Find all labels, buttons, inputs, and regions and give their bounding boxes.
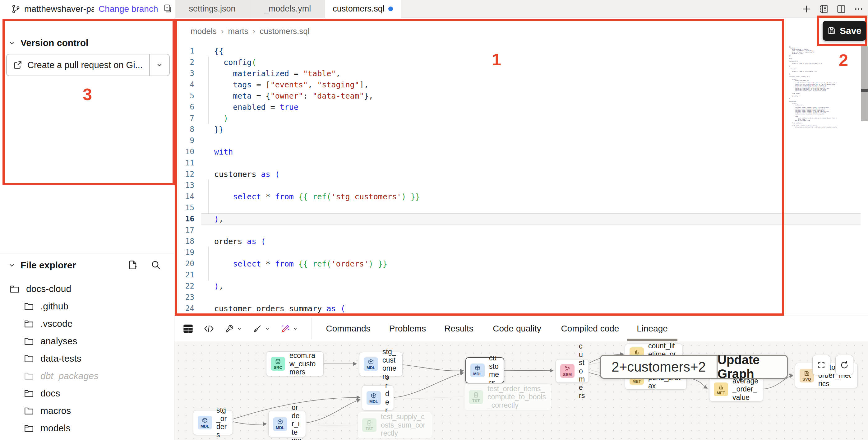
- node-label: ecom.raw_customers: [289, 351, 319, 376]
- code-line-1[interactable]: 1{{: [175, 45, 868, 57]
- breadcrumb-item[interactable]: marts: [228, 26, 248, 36]
- code-line-22[interactable]: 22),: [175, 281, 868, 292]
- preview-table-button[interactable]: [183, 324, 193, 333]
- node-label: stg_orders: [216, 406, 228, 439]
- panel-tab-commands[interactable]: Commands: [326, 316, 370, 341]
- change-branch-link[interactable]: Change branch: [98, 4, 158, 14]
- code-line-7[interactable]: 7 ): [175, 113, 868, 124]
- indent-guide: [208, 57, 209, 124]
- lineage-node-stg-customers[interactable]: MDL stg_customers: [359, 352, 403, 376]
- panel-tab-problems[interactable]: Problems: [389, 316, 426, 341]
- code-line-21[interactable]: 21: [175, 269, 868, 281]
- panel-tab-lineage[interactable]: Lineage: [637, 316, 668, 341]
- editor-scrollbar-thumb[interactable]: [861, 46, 868, 121]
- ai-fix-button[interactable]: [281, 324, 298, 333]
- save-button[interactable]: Save: [823, 21, 866, 41]
- code-line-23[interactable]: 23: [175, 292, 868, 303]
- code-line-5[interactable]: 5 meta = {"owner": "data-team"},: [175, 90, 868, 101]
- create-pr-dropdown-button[interactable]: [149, 55, 169, 75]
- version-control-header[interactable]: Version control: [0, 34, 174, 52]
- file-tree-item-.vscode[interactable]: .vscode: [0, 315, 174, 333]
- build-wrench-button[interactable]: [225, 324, 242, 333]
- search-icon[interactable]: [151, 260, 161, 270]
- copy-branch-icon[interactable]: [163, 4, 173, 14]
- code-line-12[interactable]: 12customers as (: [175, 168, 868, 180]
- file-tree: docs-cloud .github .vscode analyses data…: [0, 280, 174, 437]
- folder-icon: [24, 301, 34, 312]
- lineage-node-ecom-raw-customers[interactable]: SRC ecom.raw_customers: [266, 351, 323, 376]
- file-tree-item-dbt_packages[interactable]: dbt_packages: [0, 367, 174, 385]
- code-line-24[interactable]: 24customer_orders_summary as (: [175, 303, 868, 314]
- breadcrumb-item[interactable]: customers.sql: [259, 26, 309, 36]
- code-line-14[interactable]: 14 select * from {{ ref('stg_customers')…: [175, 191, 868, 202]
- file-tree-item-models[interactable]: models: [0, 419, 174, 437]
- file-tree-item-analyses[interactable]: analyses: [0, 333, 174, 350]
- code-line-10[interactable]: 10with: [175, 146, 868, 157]
- breadcrumb: models›marts›customers.sql: [191, 26, 310, 36]
- line-content: meta = {"owner": "data-team"},: [214, 91, 373, 100]
- lineage-node-test-supply-costs[interactable]: TST test_supply_costs_sum_correctly: [358, 412, 432, 438]
- tab-label: settings.json: [189, 4, 235, 14]
- code-area[interactable]: 1{{2 config(3 materialized = "table",4 t…: [175, 45, 868, 314]
- panel-tab-code-quality[interactable]: Code quality: [493, 316, 541, 341]
- file-tree-item-macros[interactable]: macros: [0, 402, 174, 419]
- node-label: customers: [579, 342, 585, 400]
- code-line-18[interactable]: 18orders as (: [175, 236, 868, 247]
- code-line-3[interactable]: 3 materialized = "table",: [175, 68, 868, 79]
- breadcrumb-item[interactable]: models: [191, 26, 217, 36]
- tab-settings.json[interactable]: settings.json: [175, 0, 250, 18]
- code-line-13[interactable]: 13: [175, 180, 868, 191]
- code-line-6[interactable]: 6 enabled = true: [175, 101, 868, 113]
- panel-tab-compiled-code[interactable]: Compiled code: [561, 316, 619, 341]
- file-tree-item-docs[interactable]: docs: [0, 385, 174, 402]
- line-content: ),: [214, 215, 223, 224]
- new-file-icon[interactable]: [127, 260, 138, 270]
- code-line-2[interactable]: 2 config(: [175, 57, 868, 68]
- file-tree-item-docs-cloud[interactable]: docs-cloud: [0, 280, 174, 297]
- new-tab-plus-icon[interactable]: [802, 4, 811, 14]
- code-line-11[interactable]: 11: [175, 157, 868, 168]
- overflow-menu-icon[interactable]: [854, 4, 864, 14]
- tab-customers.sql[interactable]: customers.sql: [325, 0, 400, 18]
- minimap[interactable]: {{ config( materialized = "table", tags …: [789, 46, 837, 128]
- code-line-20[interactable]: 20 select * from {{ ref('orders') }}: [175, 258, 868, 269]
- update-graph-button[interactable]: Update Graph: [717, 356, 787, 378]
- refresh-graph-button[interactable]: [835, 355, 854, 375]
- format-broom-button[interactable]: [253, 324, 270, 333]
- tab-_models.yml[interactable]: _models.yml: [250, 0, 325, 18]
- indent-guide: [208, 180, 209, 213]
- line-number: 23: [175, 293, 200, 302]
- line-number: 18: [175, 237, 200, 246]
- file-tree-item-.github[interactable]: .github: [0, 297, 174, 315]
- file-label: .vscode: [40, 318, 72, 329]
- split-view-icon[interactable]: [836, 4, 846, 14]
- tst-badge: TST: [362, 418, 376, 432]
- notebook-panel-icon[interactable]: [819, 4, 829, 14]
- line-number: 19: [175, 248, 200, 257]
- compile-code-button[interactable]: [204, 324, 214, 333]
- code-line-8[interactable]: 8}}: [175, 124, 868, 135]
- line-number: 21: [175, 271, 200, 279]
- lineage-node-customers-model[interactable]: MDL customers: [465, 357, 504, 383]
- code-line-19[interactable]: 19: [175, 247, 868, 258]
- code-line-15[interactable]: 15: [175, 202, 868, 213]
- code-line-17[interactable]: 17: [175, 224, 868, 236]
- panel-tab-results[interactable]: Results: [444, 316, 473, 341]
- lineage-node-order-items[interactable]: MDL order_items: [268, 411, 306, 437]
- file-tree-item-data-tests[interactable]: data-tests: [0, 350, 174, 367]
- lineage-node-test-order-items[interactable]: TST test_order_items_compute_to_bools _c…: [464, 383, 551, 410]
- indent-guide: [208, 247, 209, 281]
- code-line-9[interactable]: 9: [175, 135, 868, 146]
- lineage-node-orders[interactable]: MDL orders: [362, 385, 394, 410]
- lineage-node-customers-semantic[interactable]: SEM customers: [556, 359, 589, 383]
- fullscreen-button[interactable]: [812, 355, 830, 375]
- lineage-search-input[interactable]: 2+customers+2: [601, 356, 717, 378]
- line-number: 16: [175, 215, 200, 223]
- code-line-16[interactable]: 16),: [175, 213, 868, 224]
- create-pr-button[interactable]: Create a pull request on Gi...: [7, 55, 149, 75]
- node-label: order_items: [291, 403, 301, 440]
- lineage-node-stg-orders[interactable]: MDL stg_orders: [193, 410, 233, 435]
- line-content: ): [214, 114, 228, 123]
- code-line-4[interactable]: 4 tags = ["events", "staging"],: [175, 79, 868, 90]
- lineage-canvas[interactable]: SRC ecom.raw_customers MDL stg_customers…: [175, 341, 868, 440]
